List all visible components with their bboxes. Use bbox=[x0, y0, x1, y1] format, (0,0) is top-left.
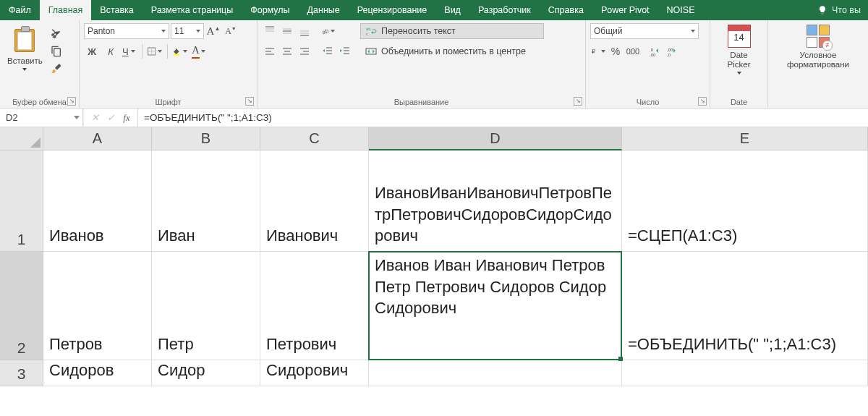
row-header-2[interactable]: 2 bbox=[0, 252, 43, 360]
comma-format-button[interactable]: 000 bbox=[625, 43, 641, 59]
tab-insert[interactable]: Вставка bbox=[91, 0, 142, 20]
clipboard-launcher[interactable]: ↘ bbox=[67, 97, 76, 106]
align-center-button[interactable] bbox=[279, 43, 295, 59]
row-header-1[interactable]: 1 bbox=[0, 150, 43, 252]
borders-button[interactable] bbox=[147, 43, 163, 59]
cell-D1[interactable]: ИвановИванИвановичПетровПетрПетровичСидо… bbox=[369, 150, 622, 252]
col-header-D[interactable]: D bbox=[369, 127, 622, 150]
bold-button[interactable]: Ж bbox=[84, 43, 100, 59]
group-clipboard: Вставить Буфер обмена ↘ bbox=[0, 20, 80, 108]
tab-formulas[interactable]: Формулы bbox=[242, 0, 298, 20]
merge-center-button[interactable]: Объединить и поместить в центре bbox=[360, 43, 544, 59]
cell-E1[interactable]: =СЦЕП(А1:С3) bbox=[622, 150, 868, 252]
col-header-B[interactable]: B bbox=[152, 127, 260, 150]
tab-home[interactable]: Главная bbox=[40, 0, 92, 20]
formula-input[interactable] bbox=[138, 109, 868, 127]
font-color-button[interactable]: A bbox=[191, 43, 207, 59]
scissors-icon bbox=[51, 28, 62, 40]
accept-formula-button[interactable]: ✓ bbox=[104, 112, 117, 124]
tab-page-layout[interactable]: Разметка страницы bbox=[142, 0, 242, 20]
svg-marker-33 bbox=[371, 31, 373, 34]
col-header-E[interactable]: E bbox=[622, 127, 868, 150]
font-name-combo[interactable]: Panton bbox=[84, 23, 169, 39]
align-bottom-button[interactable] bbox=[297, 23, 312, 39]
cancel-formula-button[interactable]: ✕ bbox=[88, 112, 101, 124]
dec-decimal-icon: ,00,0 bbox=[666, 46, 678, 57]
increase-indent-button[interactable] bbox=[337, 43, 353, 59]
row-header-3[interactable]: 3 bbox=[0, 360, 43, 386]
cut-button[interactable] bbox=[48, 26, 64, 42]
group-label-number: Число ↘ bbox=[590, 96, 705, 106]
tab-review[interactable]: Рецензирование bbox=[349, 0, 436, 20]
cell-D3[interactable] bbox=[369, 360, 622, 386]
tab-developer[interactable]: Разработчик bbox=[469, 0, 540, 20]
name-box[interactable]: D2 bbox=[0, 109, 83, 127]
align-top-button[interactable] bbox=[262, 23, 278, 39]
cell-A2[interactable]: Петров bbox=[43, 252, 152, 360]
cell-E2[interactable]: =ОБЪЕДИНИТЬ(" ";1;А1:С3) bbox=[622, 252, 868, 360]
date-picker-button[interactable]: 14 Date Picker bbox=[715, 23, 763, 76]
align-middle-button[interactable] bbox=[279, 23, 295, 39]
decrease-font-button[interactable]: A▼ bbox=[223, 23, 239, 39]
copy-button[interactable] bbox=[48, 43, 64, 59]
insert-function-button[interactable]: fx bbox=[120, 112, 133, 124]
increase-decimal-button[interactable]: ,0,00 bbox=[647, 43, 663, 59]
underline-button[interactable]: Ч bbox=[122, 43, 137, 59]
tab-view[interactable]: Вид bbox=[435, 0, 469, 20]
decrease-decimal-button[interactable]: ,00,0 bbox=[664, 43, 680, 59]
cell-B3[interactable]: Сидор bbox=[152, 360, 260, 386]
cell-D2[interactable]: Иванов Иван Иванович Петров Петр Петрови… bbox=[369, 252, 622, 360]
cell-A3[interactable]: Сидоров bbox=[43, 360, 152, 386]
group-label-clipboard: Буфер обмена ↘ bbox=[4, 96, 75, 106]
cell-C3[interactable]: Сидорович bbox=[260, 360, 369, 386]
select-all-corner[interactable] bbox=[0, 127, 43, 150]
align-right-button[interactable] bbox=[297, 43, 312, 59]
number-launcher[interactable]: ↘ bbox=[698, 97, 707, 106]
align-center-icon bbox=[281, 46, 293, 57]
tell-me-search[interactable]: Что вы bbox=[810, 0, 868, 20]
accounting-format-button[interactable]: ₽ bbox=[590, 43, 606, 59]
tab-file[interactable]: Файл bbox=[0, 0, 40, 20]
font-launcher[interactable]: ↘ bbox=[245, 97, 254, 106]
align-bottom-icon bbox=[299, 25, 310, 37]
fill-color-button[interactable] bbox=[172, 43, 188, 59]
clipboard-icon bbox=[12, 25, 37, 54]
decrease-indent-button[interactable] bbox=[320, 43, 336, 59]
cell-C2[interactable]: Петрович bbox=[260, 252, 369, 360]
bucket-icon bbox=[173, 46, 181, 57]
cell-C1[interactable]: Иванович bbox=[260, 150, 369, 252]
italic-button[interactable]: К bbox=[103, 43, 119, 59]
increase-font-button[interactable]: A▲ bbox=[205, 23, 221, 39]
cell-B2[interactable]: Петр bbox=[152, 252, 260, 360]
merge-icon bbox=[365, 46, 377, 57]
worksheet-grid[interactable]: A B C D E 1 Иванов Иван Иванович ИвановИ… bbox=[0, 127, 868, 386]
cell-A1[interactable]: Иванов bbox=[43, 150, 152, 252]
percent-format-button[interactable]: % bbox=[608, 43, 624, 59]
col-header-C[interactable]: C bbox=[260, 127, 369, 150]
alignment-launcher[interactable]: ↘ bbox=[574, 97, 582, 106]
align-left-button[interactable] bbox=[262, 43, 278, 59]
ribbon: Вставить Буфер обмена ↘ Pa bbox=[0, 20, 868, 109]
svg-text:,00: ,00 bbox=[667, 48, 673, 52]
tab-data[interactable]: Данные bbox=[299, 0, 349, 20]
group-label-alignment: Выравнивание ↘ bbox=[262, 96, 581, 106]
format-painter-button[interactable] bbox=[48, 61, 64, 77]
number-format-combo[interactable]: Общий bbox=[590, 23, 699, 39]
cond-format-icon bbox=[807, 25, 830, 48]
cell-B1[interactable]: Иван bbox=[152, 150, 260, 252]
paste-button[interactable]: Вставить bbox=[4, 23, 46, 72]
col-header-A[interactable]: A bbox=[43, 127, 152, 150]
formula-bar: D2 ✕ ✓ fx bbox=[0, 109, 868, 127]
svg-text:,0: ,0 bbox=[667, 53, 671, 57]
group-date: 14 Date Picker Date bbox=[710, 20, 768, 108]
tab-noise[interactable]: NOISE bbox=[658, 0, 704, 20]
svg-text:₽: ₽ bbox=[592, 48, 595, 55]
tab-power-pivot[interactable]: Power Pivot bbox=[592, 0, 658, 20]
tab-help[interactable]: Справка bbox=[540, 0, 592, 20]
calendar-icon: 14 bbox=[728, 25, 751, 48]
conditional-formatting-button[interactable]: Условное форматировани bbox=[773, 23, 864, 71]
font-size-combo[interactable]: 11 bbox=[171, 23, 204, 39]
cell-E3[interactable] bbox=[622, 360, 868, 386]
wrap-text-button[interactable]: abc Переносить текст bbox=[360, 23, 544, 39]
orientation-button[interactable]: ab bbox=[320, 23, 336, 39]
